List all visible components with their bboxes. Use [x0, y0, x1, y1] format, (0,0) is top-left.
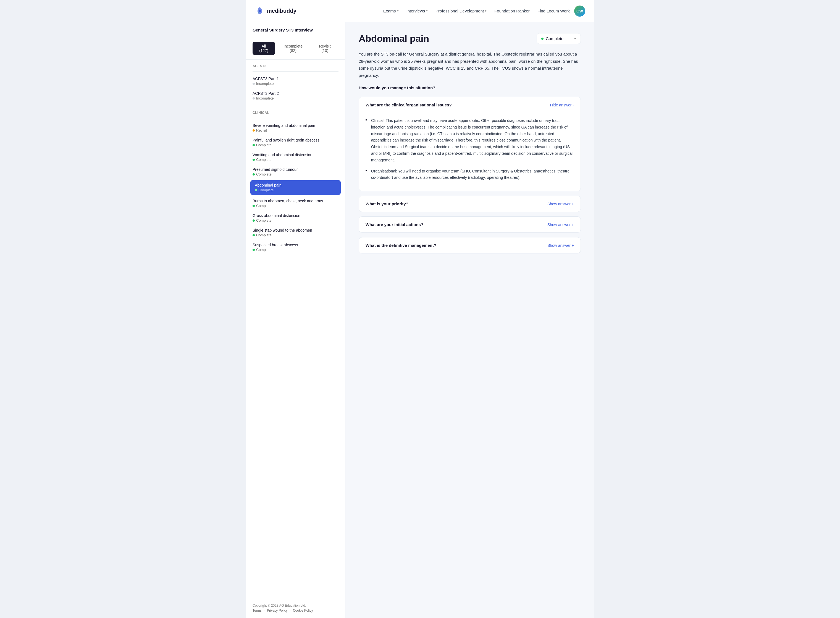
status-dropdown-arrow: ▾	[574, 37, 576, 41]
qa-question-4: What is the definitive management?	[365, 243, 436, 248]
nav-professional-development[interactable]: Professional Development ▾	[435, 9, 487, 13]
qa-toggle-4[interactable]: Show answer +	[548, 243, 574, 248]
sidebar: General Surgery ST3 Interview All (127) …	[246, 22, 346, 618]
sidebar-item-gross-distension[interactable]: Gross abdominal distension Complete	[246, 211, 345, 225]
app-container: medibuddy Exams ▾ Interviews ▾ Professio…	[246, 0, 594, 618]
header: medibuddy Exams ▾ Interviews ▾ Professio…	[246, 0, 594, 22]
qa-header-clinical-issues[interactable]: What are the clinical/organisational iss…	[359, 97, 580, 113]
logo-text: medibuddy	[267, 8, 297, 14]
status-dot-complete	[252, 205, 255, 207]
status-dot-incomplete	[252, 97, 255, 100]
qa-question-3: What are your initial actions?	[365, 222, 423, 227]
sidebar-item-vomiting-distension[interactable]: Vomiting and abdominal distension Comple…	[246, 150, 345, 165]
sidebar-item-acfst3-part1[interactable]: ACFST3 Part 1 Incomplete	[246, 74, 345, 88]
qa-card-definitive-management: What is the definitive management? Show …	[359, 237, 581, 253]
status-dot-dropdown	[541, 37, 543, 40]
filter-tabs: All (127) Incomplete (82) Revisit (10)	[246, 37, 345, 60]
clinical-divider	[252, 118, 338, 118]
sidebar-item-breast-abscess[interactable]: Suspected breast abscess Complete	[246, 240, 345, 254]
content-header: Abdominal pain Complete ▾	[359, 33, 581, 44]
main-layout: General Surgery ST3 Interview All (127) …	[246, 22, 594, 618]
status-dot-complete	[252, 234, 255, 236]
footer-links: Terms · Privacy Policy · Cookie Policy	[252, 609, 338, 612]
sidebar-item-severe-vomiting[interactable]: Severe vomiting and abdominal pain Revis…	[246, 120, 345, 135]
logo-area: medibuddy	[255, 6, 297, 16]
sidebar-item-sigmoid-tumour[interactable]: Presumed sigmoid tumour Complete	[246, 165, 345, 179]
nav-find-locum-work[interactable]: Find Locum Work	[537, 9, 570, 13]
content-title: Abdominal pain	[359, 33, 429, 44]
status-dropdown[interactable]: Complete ▾	[537, 33, 581, 44]
qa-toggle-2[interactable]: Show answer +	[548, 202, 574, 206]
status-dot-complete	[252, 144, 255, 146]
sidebar-header: General Surgery ST3 Interview	[246, 22, 345, 37]
filter-tab-all[interactable]: All (127)	[252, 42, 275, 55]
nav-foundation-ranker[interactable]: Foundation Ranker	[494, 9, 530, 13]
qa-question-2: What is your priority?	[365, 202, 408, 206]
footer-link-privacy[interactable]: Privacy Policy	[267, 609, 288, 612]
sidebar-item-acfst3-part2[interactable]: ACFST3 Part 2 Incomplete	[246, 88, 345, 103]
avatar[interactable]: GW	[574, 6, 585, 16]
copyright-text: Copyright © 2023 AG Education Ltd.	[252, 604, 338, 608]
logo-icon	[255, 6, 265, 16]
qa-card-clinical-issues: What are the clinical/organisational iss…	[359, 97, 581, 191]
qa-header-definitive-management[interactable]: What is the definitive management? Show …	[359, 238, 580, 253]
sidebar-title: General Surgery ST3 Interview	[252, 28, 313, 32]
qa-card-initial-actions: What are your initial actions? Show answ…	[359, 216, 581, 233]
qa-header-priority[interactable]: What is your priority? Show answer +	[359, 196, 580, 212]
footer-dot-2: ·	[290, 609, 291, 612]
status-dot-complete-active	[255, 189, 257, 191]
status-dot-revisit	[252, 129, 255, 132]
qa-card-priority: What is your priority? Show answer +	[359, 196, 581, 212]
filter-tab-revisit[interactable]: Revisit (10)	[311, 42, 338, 55]
sidebar-item-painful-groin[interactable]: Painful and swollen right groin abscess …	[246, 135, 345, 150]
status-dot-complete	[252, 173, 255, 175]
sidebar-item-abdominal-pain[interactable]: Abdominal pain Complete	[250, 180, 341, 195]
sidebar-footer: Copyright © 2023 AG Education Ltd. Terms…	[246, 598, 345, 618]
acfst3-section-label: ACFST3	[246, 60, 345, 71]
sidebar-item-abdominal-pain-wrapper: Abdominal pain Complete	[246, 179, 345, 196]
status-dot-complete	[252, 159, 255, 161]
status-dot-complete	[252, 249, 255, 251]
svg-point-0	[259, 10, 261, 12]
sidebar-item-burns[interactable]: Burns to abdomen, chest, neck and arms C…	[246, 196, 345, 211]
exams-dropdown-arrow: ▾	[397, 9, 399, 13]
filter-tab-incomplete[interactable]: Incomplete (82)	[276, 42, 310, 55]
status-dot-incomplete	[252, 83, 255, 85]
qa-body-1: Clinical: This patient is unwell and may…	[359, 113, 580, 191]
nav-interviews[interactable]: Interviews ▾	[407, 9, 428, 13]
qa-answer-point-1-1: Clinical: This patient is unwell and may…	[365, 117, 574, 163]
status-dot-complete	[252, 220, 255, 222]
qa-question-1: What are the clinical/organisational iss…	[365, 103, 452, 107]
footer-link-cookie[interactable]: Cookie Policy	[293, 609, 313, 612]
status-dropdown-label: Complete	[546, 36, 563, 41]
clinical-section-label: Clinical	[246, 106, 345, 118]
professional-development-dropdown-arrow: ▾	[485, 9, 487, 13]
sidebar-item-stab-wound[interactable]: Single stab wound to the abdomen Complet…	[246, 225, 345, 240]
main-question: How would you manage this situation?	[359, 85, 581, 90]
qa-answer-point-1-2: Organisational: You will need to organis…	[365, 168, 574, 181]
footer-dot-1: ·	[264, 609, 265, 612]
interviews-dropdown-arrow: ▾	[426, 9, 428, 13]
qa-toggle-3[interactable]: Show answer +	[548, 223, 574, 227]
main-nav: Exams ▾ Interviews ▾ Professional Develo…	[383, 9, 570, 13]
qa-header-initial-actions[interactable]: What are your initial actions? Show answ…	[359, 217, 580, 232]
content-area: Abdominal pain Complete ▾ You are the ST…	[346, 22, 594, 618]
nav-exams[interactable]: Exams ▾	[383, 9, 399, 13]
qa-toggle-1[interactable]: Hide answer -	[550, 103, 574, 107]
intro-text: You are the ST3 on-call for General Surg…	[359, 51, 581, 79]
footer-link-terms[interactable]: Terms	[252, 609, 262, 612]
